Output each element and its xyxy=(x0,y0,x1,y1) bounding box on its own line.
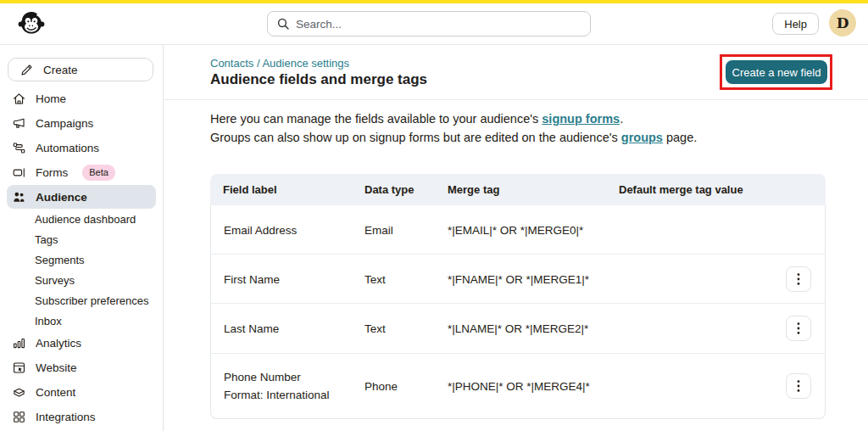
search-icon xyxy=(276,17,290,31)
table-row-email-address: Email Address Email *|EMAIL|* OR *|MERGE… xyxy=(211,205,825,254)
sidebar-subitem-inbox[interactable]: Inbox xyxy=(0,311,163,331)
sidebar-item-integrations[interactable]: Integrations xyxy=(0,405,163,429)
sidebar-item-analytics[interactable]: Analytics xyxy=(0,331,163,355)
sidebar-item-audience[interactable]: Audience xyxy=(7,185,156,209)
sidebar-item-website[interactable]: Website xyxy=(0,355,163,380)
megaphone-icon xyxy=(12,116,26,131)
brand-accent-strip xyxy=(0,0,868,3)
sidebar-subitem-audience-dashboard[interactable]: Audience dashboard xyxy=(0,209,163,229)
sidebar-nav: Create Home Campaigns Automations Forms … xyxy=(0,45,164,431)
merge-tag: *|PHONE|* OR *|MERGE4|* xyxy=(448,378,590,395)
table-row-phone-number: Phone Number Format: International Phone… xyxy=(211,353,825,418)
audience-people-icon xyxy=(12,190,26,204)
sidebar-item-label: Content xyxy=(36,386,75,399)
description-line-1: Here you can manage the fields available… xyxy=(210,110,697,129)
breadcrumb-audience-settings-link[interactable]: Audience settings xyxy=(262,57,349,70)
home-icon xyxy=(12,92,26,106)
table-row-first-name: First Name Text *|FNAME|* OR *|MERGE1|* xyxy=(211,254,825,303)
signup-forms-link[interactable]: signup forms xyxy=(542,112,620,126)
beta-badge: Beta xyxy=(82,165,115,181)
avatar[interactable]: D xyxy=(829,9,856,36)
table-header-row: Field label Data type Merge tag Default … xyxy=(210,174,826,205)
bar-chart-icon xyxy=(12,336,26,350)
sidebar-item-label: Forms xyxy=(36,166,68,179)
sidebar-item-label: Integrations xyxy=(36,411,96,423)
sidebar-item-automations[interactable]: Automations xyxy=(0,136,163,160)
sidebar-item-label: Audience xyxy=(36,191,87,204)
create-button-label: Create xyxy=(43,64,78,76)
data-type: Phone xyxy=(364,378,398,395)
create-button[interactable]: Create xyxy=(8,58,153,81)
sidebar-item-home[interactable]: Home xyxy=(0,87,163,111)
merge-tag: *|EMAIL|* OR *|MERGE0|* xyxy=(448,221,583,238)
search-bar[interactable] xyxy=(267,11,591,36)
col-header-field-label: Field label xyxy=(223,183,277,196)
breadcrumb-separator: / xyxy=(253,57,262,70)
mailchimp-logo-icon[interactable] xyxy=(17,9,46,38)
page-description: Here you can manage the fields available… xyxy=(210,110,697,147)
data-type: Email xyxy=(364,221,393,238)
content-stack-icon xyxy=(12,385,26,400)
kebab-icon xyxy=(797,379,800,393)
row-options-kebab-button[interactable] xyxy=(786,316,811,341)
field-label: Last Name xyxy=(224,320,279,338)
create-new-field-button[interactable]: Create a new field xyxy=(726,60,827,84)
automations-flow-icon xyxy=(12,141,26,155)
forms-icon xyxy=(12,165,26,180)
kebab-icon xyxy=(797,272,800,286)
breadcrumb-contacts-link[interactable]: Contacts xyxy=(210,57,253,70)
grid-icon xyxy=(12,410,26,424)
field-label: First Name xyxy=(224,270,280,288)
kebab-icon xyxy=(797,322,800,335)
sidebar-subitem-subscriber-preferences[interactable]: Subscriber preferences xyxy=(0,290,163,311)
merge-tag: *|FNAME|* OR *|MERGE1|* xyxy=(448,270,589,288)
pencil-icon xyxy=(19,63,34,77)
description-line-2: Groups can also show up on signup forms … xyxy=(210,129,697,148)
data-type: Text xyxy=(364,320,386,338)
sidebar-item-content[interactable]: Content xyxy=(0,380,163,405)
col-header-default-value: Default merge tag value xyxy=(619,183,743,196)
field-label-subtext: Format: International xyxy=(224,386,330,404)
col-header-data-type: Data type xyxy=(364,183,415,196)
merge-fields-table: Field label Data type Merge tag Default … xyxy=(210,174,826,419)
data-type: Text xyxy=(364,270,386,288)
sidebar-item-campaigns[interactable]: Campaigns xyxy=(0,111,163,136)
sidebar-subitem-segments[interactable]: Segments xyxy=(0,249,163,270)
page-title: Audience fields and merge tags xyxy=(210,71,427,88)
sidebar-subitem-tags[interactable]: Tags xyxy=(0,229,163,249)
row-options-kebab-button[interactable] xyxy=(786,266,811,292)
search-input[interactable] xyxy=(296,18,581,31)
merge-tag: *|LNAME|* OR *|MERGE2|* xyxy=(448,320,588,338)
sidebar-item-label: Home xyxy=(36,92,66,105)
top-bar: Help D xyxy=(0,0,868,45)
table-row-last-name: Last Name Text *|LNAME|* OR *|MERGE2|* xyxy=(211,303,825,353)
sidebar-item-label: Automations xyxy=(36,142,99,154)
breadcrumb: Contacts / Audience settings xyxy=(210,57,349,70)
table-body: Email Address Email *|EMAIL|* OR *|MERGE… xyxy=(210,205,826,419)
sidebar-item-label: Campaigns xyxy=(36,117,93,130)
field-label: Phone Number Format: International xyxy=(224,368,330,404)
browser-window-icon xyxy=(12,361,26,375)
col-header-merge-tag: Merge tag xyxy=(448,183,499,196)
help-button[interactable]: Help xyxy=(772,13,819,35)
header-divider xyxy=(164,99,868,100)
sidebar-item-forms[interactable]: Forms Beta xyxy=(0,160,163,185)
sidebar-item-label: Analytics xyxy=(36,337,81,350)
field-label: Email Address xyxy=(224,221,297,238)
row-options-kebab-button[interactable] xyxy=(786,373,811,399)
groups-link[interactable]: groups xyxy=(621,131,663,144)
sidebar-subitem-surveys[interactable]: Surveys xyxy=(0,270,163,290)
sidebar-item-label: Website xyxy=(36,361,77,374)
main-content: Contacts / Audience settings Audience fi… xyxy=(164,45,868,431)
